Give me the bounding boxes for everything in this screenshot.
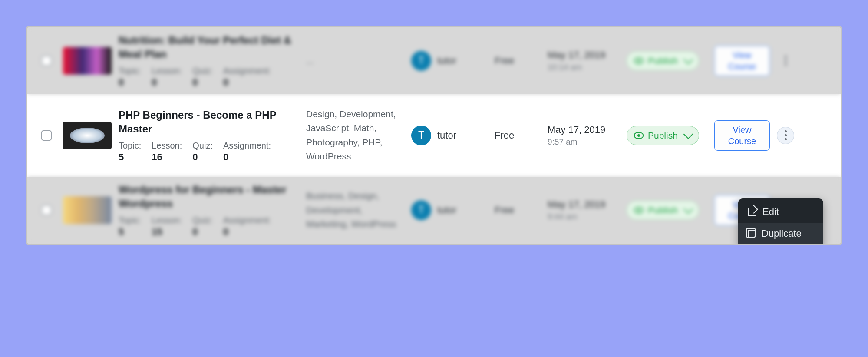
eye-icon	[634, 57, 644, 64]
row-checkbox[interactable]	[41, 130, 52, 141]
view-course-button[interactable]: View Course	[714, 120, 770, 151]
course-title[interactable]: Nutrition: Build Your Perfect Diet & Mea…	[119, 33, 296, 62]
duplicate-icon	[748, 230, 756, 238]
author-name: tutor	[437, 55, 456, 66]
course-time: 10:14 am	[548, 63, 621, 72]
course-row: Wordpress for Beginners - Master Wordpre…	[27, 177, 841, 244]
row-actions-dropdown: Edit Duplicate	[738, 198, 823, 245]
course-stats: Topic:0 Lesson:0 Quiz:0 Assignment:0	[119, 66, 296, 88]
author-avatar: T	[411, 51, 431, 71]
author-name: tutor	[437, 205, 456, 216]
course-price: Free	[495, 205, 542, 216]
course-list-panel: Nutrition: Build Your Perfect Diet & Mea…	[26, 26, 842, 245]
view-course-button[interactable]: View Course	[714, 46, 770, 76]
more-actions-button[interactable]	[777, 127, 794, 144]
course-thumbnail	[63, 47, 112, 75]
course-date: May 17, 2019	[548, 50, 621, 61]
course-row: PHP Beginners - Become a PHP Master Topi…	[27, 94, 841, 177]
chevron-down-icon	[683, 204, 693, 214]
course-tags: Business, Design, Development, Marketing…	[306, 189, 406, 231]
course-date: May 17, 2019	[548, 124, 621, 136]
publish-status-button[interactable]: Publish	[627, 126, 699, 145]
eye-icon	[634, 207, 644, 214]
author-name: tutor	[437, 130, 456, 141]
course-title[interactable]: Wordpress for Beginners - Master Wordpre…	[119, 183, 296, 211]
course-title[interactable]: PHP Beginners - Become a PHP Master	[119, 108, 296, 136]
publish-status-button[interactable]: Publish	[627, 51, 699, 70]
course-price: Free	[495, 130, 542, 141]
course-time: 9:57 am	[548, 137, 621, 147]
chevron-down-icon	[683, 55, 693, 65]
row-checkbox[interactable]	[41, 205, 52, 215]
more-actions-button[interactable]	[777, 52, 794, 69]
dropdown-duplicate[interactable]: Duplicate	[738, 223, 823, 245]
course-time: 9:44 am	[548, 212, 621, 221]
course-stats: Topic:5 Lesson:15 Quiz:0 Assignment:0	[119, 215, 296, 238]
edit-icon	[748, 208, 756, 216]
course-price: Free	[495, 55, 542, 66]
course-tags: Design, Development, JavaScript, Math, P…	[306, 107, 406, 164]
row-checkbox[interactable]	[41, 56, 52, 66]
author-avatar: T	[411, 126, 431, 145]
course-date: May 17, 2019	[548, 199, 621, 210]
course-thumbnail	[63, 196, 112, 224]
course-thumbnail	[63, 122, 112, 149]
course-tags: ...	[306, 54, 406, 68]
chevron-down-icon	[683, 129, 693, 139]
publish-status-button[interactable]: Publish	[627, 201, 699, 220]
eye-icon	[634, 132, 644, 139]
course-stats: Topic:5 Lesson:16 Quiz:0 Assignment:0	[119, 141, 296, 163]
course-row: Nutrition: Build Your Perfect Diet & Mea…	[27, 27, 841, 94]
author-avatar: T	[411, 200, 431, 220]
dropdown-edit[interactable]: Edit	[738, 201, 823, 223]
